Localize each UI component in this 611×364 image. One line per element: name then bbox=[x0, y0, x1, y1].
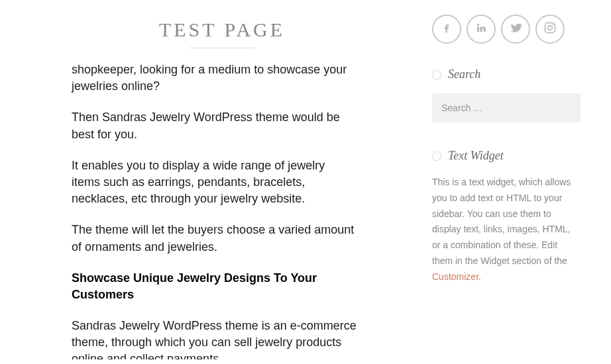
search-widget-header: Search bbox=[432, 68, 581, 81]
bullet-icon bbox=[432, 70, 441, 79]
linkedin-icon bbox=[475, 22, 487, 36]
twitter-icon bbox=[509, 21, 522, 37]
paragraph: Sandras Jewelry WordPress theme is an e-… bbox=[72, 318, 357, 359]
search-widget: Search bbox=[432, 68, 581, 122]
twitter-link[interactable] bbox=[501, 15, 530, 44]
svg-point-1 bbox=[548, 26, 553, 30]
text-widget-title: Text Widget bbox=[448, 149, 504, 163]
facebook-icon bbox=[440, 21, 453, 37]
text-widget: Text Widget This is a text widget, which… bbox=[432, 149, 581, 285]
paragraph: shopkeeper, looking for a medium to show… bbox=[72, 62, 357, 95]
content-body: shopkeeper, looking for a medium to show… bbox=[20, 62, 408, 359]
search-widget-title: Search bbox=[448, 68, 480, 81]
instagram-icon bbox=[543, 21, 557, 37]
bullet-icon bbox=[432, 152, 441, 161]
sidebar: Search Text Widget This is a text widget… bbox=[424, 0, 596, 359]
instagram-link[interactable] bbox=[535, 15, 565, 44]
title-divider bbox=[189, 48, 255, 48]
paragraph: The theme will let the buyers choose a v… bbox=[72, 222, 357, 255]
social-links bbox=[432, 15, 581, 44]
text-widget-after: . bbox=[478, 271, 481, 282]
search-input[interactable] bbox=[432, 93, 581, 122]
subheading: Showcase Unique Jewelry Designs To Your … bbox=[72, 270, 350, 303]
page-title: TEST PAGE bbox=[20, 19, 424, 41]
text-widget-body: This is a text widget, which allows you … bbox=[432, 175, 581, 285]
facebook-link[interactable] bbox=[432, 15, 461, 44]
customizer-link[interactable]: Customizer bbox=[432, 271, 478, 282]
text-widget-header: Text Widget bbox=[432, 149, 581, 163]
paragraph: Then Sandras Jewelry WordPress theme wou… bbox=[72, 109, 357, 142]
paragraph: It enables you to display a wide range o… bbox=[72, 158, 357, 208]
content-scroll-area[interactable]: shopkeeper, looking for a medium to show… bbox=[20, 62, 424, 359]
linkedin-link[interactable] bbox=[467, 15, 496, 44]
text-widget-text: This is a text widget, which allows you … bbox=[432, 177, 571, 266]
svg-point-2 bbox=[553, 24, 554, 25]
